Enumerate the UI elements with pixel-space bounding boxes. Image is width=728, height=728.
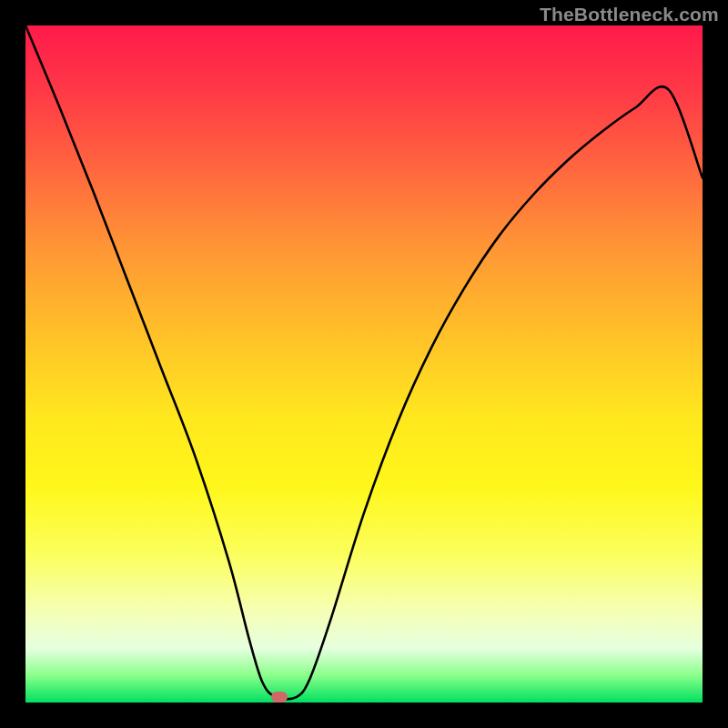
chart-frame: TheBottleneck.com — [0, 0, 728, 728]
optimum-marker — [271, 692, 288, 703]
curve-svg — [25, 25, 703, 703]
bottleneck-curve — [25, 25, 703, 699]
watermark-text: TheBottleneck.com — [540, 4, 719, 25]
plot-area — [25, 25, 703, 703]
